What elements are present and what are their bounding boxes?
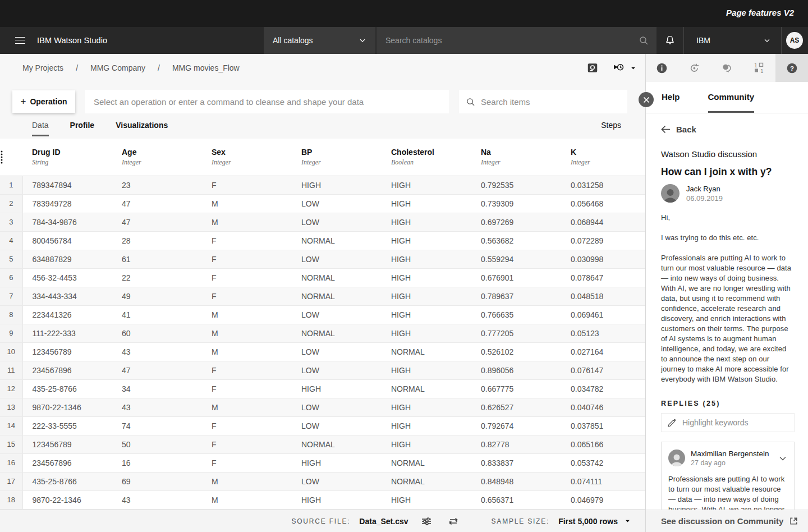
column-drag-handle[interactable] (0, 139, 22, 176)
watson-studio-app: Page features V2 IBM Watson Studio All c… (0, 0, 808, 532)
table-cell: 0.896056 (471, 361, 561, 379)
table-cell: HIGH (382, 490, 471, 509)
table-row: 14222-33-555574FLOWHIGH0.7926740.037851 (0, 416, 645, 435)
breadcrumb-flow[interactable]: MMG movies_Flow (172, 63, 240, 72)
hamburger-menu-button[interactable] (7, 27, 34, 54)
table-cell: 9870-22-1346 (22, 398, 112, 416)
notifications-button[interactable] (656, 27, 683, 54)
table-cell: 789347894 (22, 176, 112, 194)
search-items-input[interactable] (481, 97, 619, 107)
table-cell: 0.789637 (471, 287, 561, 305)
table-cell: 234567896 (22, 453, 112, 472)
panel-tab-help[interactable]: Help (662, 82, 680, 113)
table-cell: NORMAL (292, 435, 382, 453)
table-cell: NORMAL (292, 324, 382, 342)
highlight-keywords-input[interactable] (682, 418, 788, 427)
table-cell: 123456789 (22, 435, 112, 453)
help-community-panel: 1 1 ? Help Community (645, 54, 808, 532)
comments-button[interactable] (711, 54, 743, 82)
repeat-icon (448, 516, 459, 526)
table-cell: NORMAL (292, 231, 382, 250)
table-cell: F (202, 416, 292, 435)
catalog-dropdown-value: All catalogs (273, 36, 313, 45)
table-cell: 0.656371 (471, 490, 561, 509)
run-history-button[interactable] (612, 62, 636, 74)
catalog-search-input[interactable] (385, 36, 639, 45)
table-cell: HIGH (292, 453, 382, 472)
user-avatar[interactable]: AS (786, 32, 803, 49)
table-cell: 0.065166 (561, 435, 645, 453)
table-cell: 49 (112, 287, 202, 305)
back-button[interactable]: Back (661, 125, 795, 134)
table-cell: 74 (112, 416, 202, 435)
column-header[interactable]: NaInteger (471, 139, 561, 176)
caret-down-icon (630, 65, 636, 71)
table-cell: 223441326 (22, 305, 112, 324)
close-icon (643, 97, 650, 103)
tab-steps[interactable]: Steps (601, 121, 621, 130)
catalog-dropdown[interactable]: All catalogs (264, 27, 376, 54)
help-button[interactable]: ? (775, 54, 808, 82)
history-button[interactable] (678, 54, 711, 82)
discussion-body: Hi, I was trying to do this etc. etc. Pr… (661, 213, 795, 384)
column-header[interactable]: SexInteger (202, 139, 292, 176)
column-header[interactable]: AgeInteger (112, 139, 202, 176)
column-header[interactable]: BPInteger (292, 139, 382, 176)
panel-tab-community[interactable]: Community (708, 82, 755, 113)
sample-size-dropdown[interactable]: First 5,000 rows (558, 517, 631, 526)
breadcrumb-my-projects[interactable]: My Projects (22, 63, 63, 72)
discussion-paragraph: Hi, (661, 213, 795, 223)
table-cell: M (202, 194, 292, 213)
table-cell: 222-33-5555 (22, 416, 112, 435)
community-discussion-pane: Back Watson Studio discussion How can I … (646, 113, 808, 510)
chevron-down-icon (359, 36, 366, 44)
command-input[interactable] (94, 97, 440, 107)
row-number: 10 (0, 342, 22, 361)
org-dropdown[interactable]: IBM (684, 27, 781, 54)
row-number: 1 (0, 176, 22, 194)
row-number: 18 (0, 490, 22, 509)
column-header[interactable]: CholesterolBoolean (382, 139, 471, 176)
breadcrumb-company[interactable]: MMG Company (90, 63, 145, 72)
table-cell: 50 (112, 435, 202, 453)
add-operation-button[interactable]: + Operation (12, 90, 75, 113)
row-number: 13 (0, 398, 22, 416)
table-cell: 0.563682 (471, 231, 561, 250)
snapshot-button[interactable] (586, 62, 599, 74)
data-view-button[interactable]: 1 1 (743, 54, 775, 82)
banner-label: Page features V2 (726, 8, 794, 17)
table-cell: 783949728 (22, 194, 112, 213)
breadcrumb-separator: / (158, 63, 160, 72)
table-cell: 0.069461 (561, 305, 645, 324)
table-cell: F (202, 361, 292, 379)
see-discussion-label: See discussion on Community (661, 516, 783, 526)
reply-header: Maximilian Bergenstein 27 day ago (668, 450, 787, 467)
table-cell: 47 (112, 213, 202, 231)
operation-toolbar: + Operation (0, 82, 645, 120)
tab-data[interactable]: Data (32, 120, 49, 136)
refresh-sample-button[interactable] (448, 516, 459, 526)
table-cell: 0.031258 (561, 176, 645, 194)
launch-icon (789, 516, 798, 526)
column-header[interactable]: Drug IDString (22, 139, 112, 176)
person-icon (661, 186, 680, 203)
info-button[interactable] (646, 54, 678, 82)
tab-visualizations[interactable]: Visualizations (116, 120, 168, 139)
search-icon[interactable] (639, 35, 649, 45)
chevron-down-icon[interactable] (778, 454, 787, 463)
column-header[interactable]: KInteger (561, 139, 645, 176)
table-cell: F (202, 453, 292, 472)
table-cell: 0.040746 (561, 398, 645, 416)
table-row: 822344132641MLOWHIGH0.7666350.069461 (0, 305, 645, 324)
close-panel-button[interactable] (639, 92, 654, 107)
items-search (459, 90, 627, 113)
table-cell: 435-25-8766 (22, 379, 112, 398)
tab-profile[interactable]: Profile (70, 120, 95, 139)
table-cell: 234567896 (22, 361, 112, 379)
table-cell: 60 (112, 324, 202, 342)
see-discussion-link[interactable]: See discussion on Community (646, 510, 808, 532)
table-cell: HIGH (382, 416, 471, 435)
adjust-settings-button[interactable] (421, 516, 432, 527)
table-cell: HIGH (292, 490, 382, 509)
plus-icon: + (20, 96, 26, 107)
